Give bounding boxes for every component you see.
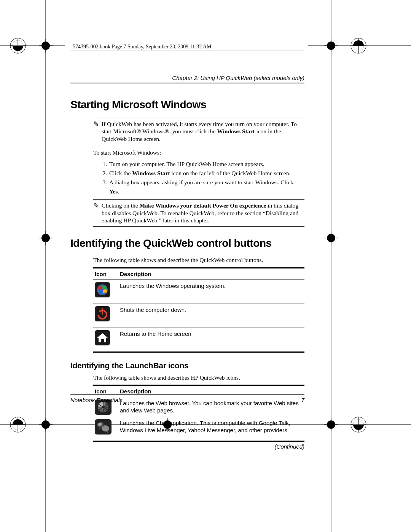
svg-point-55 (102, 425, 109, 431)
page-footer: Notebook Essentials 7 (70, 394, 304, 403)
continued-label: (Continued) (93, 443, 304, 450)
row-description: Launches the Chat application. This is c… (118, 417, 304, 441)
table-row: Shuts the computer down. (93, 304, 304, 328)
row-description: Returns to the Home screen (118, 328, 304, 352)
table-row: Launches the Chat application. This is c… (93, 417, 304, 441)
row-description: Launches the Windows operating system. (118, 280, 304, 304)
book-header: 574395-002.book Page 7 Sunday, September… (70, 44, 304, 50)
step-3: A dialog box appears, asking if you are … (108, 178, 304, 196)
step-1: Turn on your computer. The HP QuickWeb H… (108, 160, 304, 169)
chapter-rule (70, 83, 304, 83)
row-description: Shuts the computer down. (118, 304, 304, 328)
chat-icon (93, 417, 118, 441)
home-icon (93, 328, 118, 352)
heading-launchbar-icons: Identifying the LaunchBar icons (70, 361, 304, 370)
lead-text-3: The following table shows and describes … (93, 374, 304, 382)
note-quickweb-start: ✎ If QuickWeb has been activated, it sta… (93, 118, 304, 145)
heading-starting-windows: Starting Microsoft Windows (70, 99, 304, 111)
table-row: Returns to the Home screen (93, 328, 304, 352)
lead-text: To start Microsoft Windows: (93, 149, 304, 157)
note-default-power-on: ✎ Clicking on the Make Windows your defa… (93, 199, 304, 227)
page: 574395-002.book Page 7 Sunday, September… (0, 0, 411, 532)
registration-mark-vertical-right (322, 0, 341, 532)
chapter-title: Chapter 2: Using HP QuickWeb (select mod… (70, 75, 304, 81)
heading-control-buttons: Identifying the QuickWeb control buttons (70, 237, 304, 249)
note-icon: ✎ (93, 202, 102, 224)
table-row: Launches the Windows operating system. (93, 280, 304, 304)
footer-title: Notebook Essentials (70, 397, 123, 403)
lead-text-2: The following table shows and describes … (93, 256, 304, 264)
step-2: Click the Windows Start icon on the far … (108, 169, 304, 178)
page-number: 7 (301, 397, 304, 403)
control-buttons-table: Icon Description (93, 267, 304, 353)
th-icon: Icon (93, 268, 118, 280)
th-description: Description (118, 268, 304, 280)
windows-icon (93, 280, 118, 304)
launchbar-icons-table: Icon Description (93, 385, 304, 442)
note-bold: Windows Start (217, 128, 255, 134)
content-area: 574395-002.book Page 7 Sunday, September… (70, 44, 304, 450)
note-icon: ✎ (93, 120, 102, 142)
power-icon (93, 304, 118, 328)
header-rule (70, 51, 304, 51)
steps-list: Turn on your computer. The HP QuickWeb H… (93, 160, 304, 196)
registration-mark-vertical (36, 0, 55, 532)
